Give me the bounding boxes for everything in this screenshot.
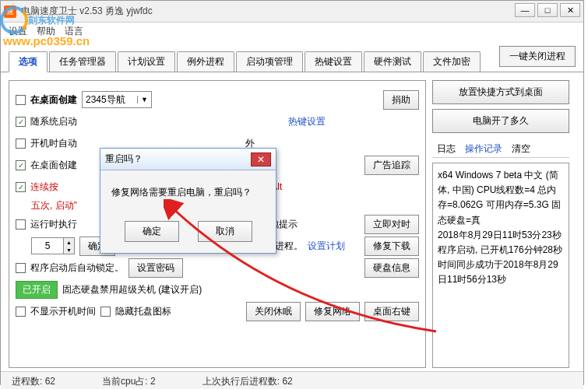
uptime-button[interactable]: 电脑开了多久 xyxy=(432,109,569,133)
label-boot-auto: 开机时自动 xyxy=(30,137,77,150)
label-five-times: 五次, 启动" xyxy=(31,199,77,212)
chk-autostart[interactable] xyxy=(16,117,26,127)
label-consecutive: 连续按 xyxy=(30,180,58,194)
log-line: x64 Windows 7 beta 中文 (简体, 中国) CPU线程数=4 … xyxy=(438,168,564,228)
dialog-ok-button[interactable]: 确定 xyxy=(125,221,179,242)
chk-desktop-create[interactable] xyxy=(16,95,26,105)
menu-help[interactable]: 帮助 xyxy=(37,25,55,38)
enabled-tag: 已开启 xyxy=(16,281,58,299)
statusbar: 进程数: 62 当前cpu占: 2 上次执行后进程数: 62 xyxy=(1,371,583,389)
chk-consecutive[interactable] xyxy=(16,182,26,192)
dialog-title: 重启吗？ xyxy=(105,152,143,166)
chk-hide-tray[interactable] xyxy=(100,307,111,317)
chk-run-exec[interactable] xyxy=(16,219,26,230)
tab-taskmgr[interactable]: 任务管理器 xyxy=(49,51,116,72)
restart-dialog: 重启吗？ ✕ 修复网络需要重启电脑，重启吗？ 确定 取消 xyxy=(100,148,276,254)
tabs-row: 选项 任务管理器 计划设置 例外进程 启动项管理 热键设置 硬件测试 文件加密 … xyxy=(1,40,583,72)
tab-except[interactable]: 例外进程 xyxy=(177,51,234,72)
log-tab[interactable]: 日志 xyxy=(437,142,456,156)
label-desktop-create: 在桌面创建 xyxy=(30,93,77,107)
disk-info-button[interactable]: 硬盘信息 xyxy=(364,258,419,278)
disable-hibernate-button[interactable]: 关闭休眠 xyxy=(246,302,301,321)
tab-hw[interactable]: 硬件测试 xyxy=(364,51,421,72)
tab-hotkey[interactable]: 热键设置 xyxy=(305,51,362,72)
oplog-tab[interactable]: 操作记录 xyxy=(465,142,502,156)
maximize-button[interactable]: □ xyxy=(537,3,558,17)
close-button[interactable]: ✕ xyxy=(560,3,580,17)
log-line: 2018年8月29日11时53分23秒 程序启动, 已开机176分钟28秒 xyxy=(438,228,564,258)
window-title: 电脑速度卫士 v2.53 勇逸 yjwfdc xyxy=(21,5,153,18)
tab-options[interactable]: 选项 xyxy=(9,51,48,72)
sync-time-button[interactable]: 立即对时 xyxy=(364,215,419,234)
desktop-rclick-button[interactable]: 桌面右键 xyxy=(364,302,419,321)
donate-button[interactable]: 捐助 xyxy=(383,90,419,110)
hotkey-link[interactable]: 热键设置 xyxy=(288,115,326,128)
ad-track-button[interactable]: 广告追踪 xyxy=(364,156,419,175)
label-ssd: 固态硬盘禁用超级关机 (建议开启) xyxy=(62,283,202,296)
dialog-body: 修复网络需要重启电脑，重启吗？ xyxy=(100,170,276,215)
close-all-processes-button[interactable]: 一键关闭进程 xyxy=(499,46,576,67)
tab-encrypt[interactable]: 文件加密 xyxy=(423,51,481,72)
status-last: 上次执行后进程数: 62 xyxy=(202,375,293,388)
dialog-close-button[interactable]: ✕ xyxy=(251,152,271,166)
clear-log-button[interactable]: 清空 xyxy=(512,142,530,156)
menubar: 设置 帮助 语言 xyxy=(1,23,583,40)
titlebar: 速 电脑速度卫士 v2.53 勇逸 yjwfdc — □ ✕ xyxy=(1,1,583,23)
chk-boot-auto[interactable] xyxy=(16,138,26,149)
label-autostart: 随系统启动 xyxy=(30,115,77,128)
label-run-exec: 运行时执行 xyxy=(30,218,77,231)
menu-language[interactable]: 语言 xyxy=(65,25,83,38)
chk-hide-boot-time[interactable] xyxy=(16,307,26,317)
tab-plan[interactable]: 计划设置 xyxy=(118,51,175,72)
label-lock: 程序启动后自动锁定。 xyxy=(30,261,124,275)
interval-spin[interactable]: ▲▼ xyxy=(31,237,75,254)
shortcut-desktop-button[interactable]: 放置快捷方式到桌面 xyxy=(432,80,569,104)
label-desktop2: 在桌面创建 xyxy=(30,159,77,172)
fix-network-button[interactable]: 修复网络 xyxy=(305,302,360,321)
dialog-cancel-button[interactable]: 取消 xyxy=(198,221,252,242)
set-password-button[interactable]: 设置密码 xyxy=(129,258,183,278)
log-box: x64 Windows 7 beta 中文 (简体, 中国) CPU线程数=4 … xyxy=(432,163,569,368)
label-hide-boot-time: 不显示开机时间 xyxy=(30,305,96,318)
label-hide-tray: 隐藏托盘图标 xyxy=(115,305,171,318)
status-proc: 进程数: 62 xyxy=(12,375,55,388)
log-line: 时间同步成功于2018年8月29日11时56分13秒 xyxy=(438,258,564,287)
tab-startup[interactable]: 启动项管理 xyxy=(236,51,303,72)
menu-settings[interactable]: 设置 xyxy=(9,25,27,38)
minimize-button[interactable]: — xyxy=(515,3,535,17)
status-cpu: 当前cpu占: 2 xyxy=(102,375,156,388)
app-icon: 速 xyxy=(4,5,16,18)
combo-nav[interactable]: 2345导航▼ xyxy=(82,91,152,108)
chk-lock[interactable] xyxy=(16,263,26,273)
fix-download-button[interactable]: 修复下载 xyxy=(364,237,419,256)
chk-desktop2[interactable] xyxy=(16,160,26,170)
set-plan-link[interactable]: 设置计划 xyxy=(308,240,345,253)
